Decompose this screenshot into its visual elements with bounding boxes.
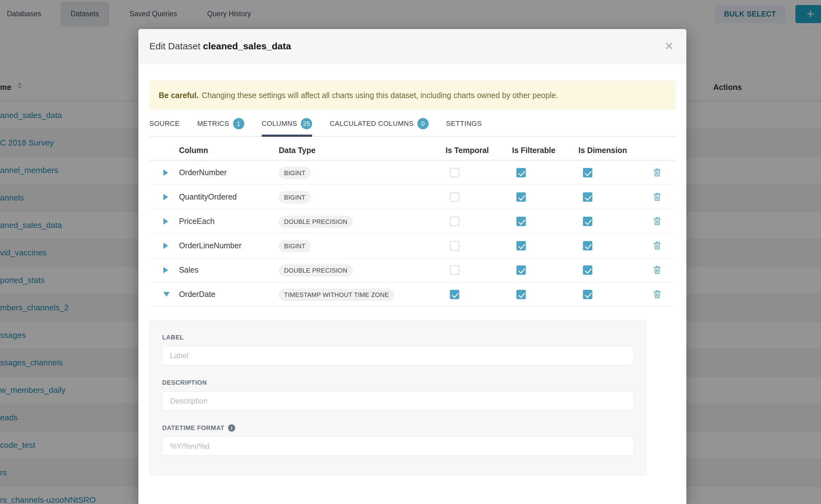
column-row: OrderNumber BIGINT <box>149 161 675 185</box>
modal-title-dataset-name: cleaned_sales_data <box>203 41 291 51</box>
is-filterable-checkbox[interactable] <box>517 168 526 177</box>
label-heading-text: LABEL <box>162 334 184 341</box>
is-temporal-header: Is Temporal <box>446 146 512 155</box>
is-temporal-checkbox[interactable] <box>450 168 459 177</box>
edit-dataset-modal: Edit Dataset cleaned_sales_data ✕ Be car… <box>138 29 686 504</box>
tab[interactable]: METRICS 1 <box>197 118 244 136</box>
data-type-pill: BIGINT <box>279 240 310 252</box>
columns-table-header: Column Data Type Is Temporal Is Filterab… <box>149 141 675 161</box>
tab-label: METRICS <box>197 120 229 128</box>
data-type-pill: DOUBLE PRECISION <box>279 264 353 277</box>
trash-icon[interactable] <box>653 192 661 201</box>
expand-caret-icon[interactable] <box>163 243 168 249</box>
column-detail-panel: LABEL DESCRIPTION DATETIME FORMAT <box>149 320 647 475</box>
tab-label: SETTINGS <box>446 120 482 128</box>
modal-header: Edit Dataset cleaned_sales_data ✕ <box>138 29 686 63</box>
expand-caret-icon[interactable] <box>163 194 168 200</box>
is-dimension-checkbox[interactable] <box>583 265 592 275</box>
expand-caret-icon[interactable] <box>163 267 168 273</box>
expand-caret-icon[interactable] <box>163 218 168 225</box>
expand-caret-icon[interactable] <box>163 292 170 297</box>
modal-title: Edit Dataset cleaned_sales_data <box>149 41 291 52</box>
tab-label: CALCULATED COLUMNS <box>329 120 414 128</box>
column-header: Column <box>179 146 279 155</box>
trash-icon[interactable] <box>653 265 661 274</box>
is-dimension-checkbox[interactable] <box>583 192 592 202</box>
tab-count-badge: 0 <box>418 118 429 129</box>
trash-icon[interactable] <box>653 241 661 250</box>
is-temporal-checkbox[interactable] <box>450 265 459 275</box>
data-type-header: Data Type <box>279 146 446 155</box>
modal-title-prefix: Edit Dataset <box>149 41 200 51</box>
tab-label: SOURCE <box>149 120 180 128</box>
label-field-heading: LABEL <box>162 334 634 341</box>
is-dimension-header: Is Dimension <box>579 146 645 155</box>
tab[interactable]: SOURCE <box>149 118 180 136</box>
is-dimension-checkbox[interactable] <box>583 241 592 250</box>
tab-label: COLUMNS <box>262 120 297 128</box>
datetime-heading-text: DATETIME FORMAT <box>162 424 224 432</box>
is-temporal-checkbox[interactable] <box>450 241 459 250</box>
trash-icon[interactable] <box>653 217 661 226</box>
label-input[interactable] <box>162 346 634 365</box>
trash-icon[interactable] <box>653 168 661 177</box>
column-row: OrderLineNumber BIGINT <box>149 234 675 258</box>
column-row: QuantityOrdered BIGINT <box>149 185 675 209</box>
is-filterable-checkbox[interactable] <box>517 241 526 250</box>
modal-body: Be careful. Changing these settings will… <box>138 81 686 475</box>
data-type-pill: TIMESTAMP WITHOUT TIME ZONE <box>279 289 394 301</box>
datetime-format-input[interactable] <box>162 437 634 456</box>
expand-caret-icon[interactable] <box>163 170 168 176</box>
tab[interactable]: COLUMNS 25 <box>262 118 312 136</box>
column-name: OrderDate <box>179 290 279 299</box>
is-filterable-checkbox[interactable] <box>517 265 526 275</box>
description-field-heading: DESCRIPTION <box>162 379 634 386</box>
is-temporal-checkbox[interactable] <box>450 290 459 299</box>
warning-banner-bold: Be careful. <box>159 91 199 100</box>
trash-icon[interactable] <box>653 290 661 299</box>
is-dimension-checkbox[interactable] <box>583 217 592 226</box>
data-type-pill: BIGINT <box>279 167 310 179</box>
is-temporal-checkbox[interactable] <box>450 192 459 202</box>
close-icon[interactable]: ✕ <box>665 41 674 52</box>
data-type-pill: DOUBLE PRECISION <box>279 215 353 228</box>
warning-banner-text: Changing these settings will affect all … <box>202 91 558 100</box>
is-dimension-checkbox[interactable] <box>583 290 592 299</box>
is-filterable-checkbox[interactable] <box>517 217 526 226</box>
tab-count-badge: 1 <box>233 118 244 129</box>
info-icon[interactable] <box>228 424 235 432</box>
is-temporal-checkbox[interactable] <box>450 217 459 226</box>
is-dimension-checkbox[interactable] <box>583 168 592 177</box>
description-input[interactable] <box>162 391 634 411</box>
columns-table: Column Data Type Is Temporal Is Filterab… <box>149 141 675 307</box>
column-name: QuantityOrdered <box>179 192 279 201</box>
is-filterable-header: Is Filterable <box>512 146 579 155</box>
column-name: PriceEach <box>179 217 279 226</box>
warning-banner: Be careful. Changing these settings will… <box>149 81 675 110</box>
description-heading-text: DESCRIPTION <box>162 379 207 386</box>
datetime-format-heading: DATETIME FORMAT <box>162 424 634 432</box>
modal-tabs: SOURCE METRICS 1 COLUMNS 25 CALCULATED C… <box>149 118 675 137</box>
column-row: OrderDate TIMESTAMP WITHOUT TIME ZONE <box>149 282 675 307</box>
column-name: OrderLineNumber <box>179 241 279 250</box>
is-filterable-checkbox[interactable] <box>517 192 526 202</box>
column-row: PriceEach DOUBLE PRECISION <box>149 209 675 234</box>
column-name: OrderNumber <box>179 168 279 177</box>
columns-table-body: OrderNumber BIGINT Q <box>149 161 675 307</box>
is-filterable-checkbox[interactable] <box>517 290 526 299</box>
column-name: Sales <box>179 265 279 274</box>
tab[interactable]: SETTINGS <box>446 118 482 136</box>
tab[interactable]: CALCULATED COLUMNS 0 <box>329 118 429 136</box>
data-type-pill: BIGINT <box>279 191 310 204</box>
tab-count-badge: 25 <box>301 118 312 129</box>
column-row: Sales DOUBLE PRECISION <box>149 258 675 282</box>
